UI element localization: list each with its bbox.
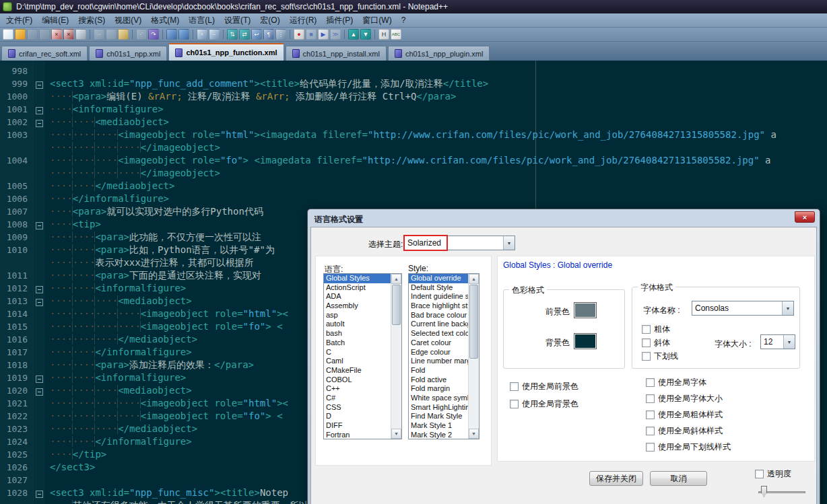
list-item[interactable]: Mark Style 2 [409, 431, 468, 439]
fold-collapse-icon[interactable] [36, 81, 43, 89]
tab-crifan_rec_soft.xml[interactable]: crifan_rec_soft.xml [1, 46, 88, 61]
fold-collapse-icon[interactable] [36, 120, 43, 127]
scroll-down-icon[interactable]: ▼ [391, 429, 401, 439]
tab-ch01s1_npp.xml[interactable]: ch01s1_npp.xml [89, 46, 167, 61]
list-item[interactable]: CMakeFile [324, 366, 391, 375]
list-item[interactable]: Line number margin [409, 357, 468, 366]
list-item[interactable]: Brace highlight style [409, 301, 468, 311]
list-item[interactable]: DIFF [324, 421, 391, 431]
list-item[interactable]: C [324, 348, 391, 357]
dialog-title-bar[interactable]: 语言格式设置 [310, 212, 817, 227]
list-item[interactable]: autoIt [324, 320, 391, 329]
run-macro-multiple-icon[interactable]: ≫ [330, 29, 341, 40]
zoom-in-icon[interactable]: + [197, 29, 207, 40]
checkbox-box[interactable] [642, 352, 651, 361]
checkbox-box[interactable] [646, 378, 655, 387]
menu-item-1[interactable]: 编辑(E) [37, 13, 73, 28]
close-all-files-icon[interactable]: × [63, 29, 74, 40]
list-item[interactable]: asp [324, 311, 391, 320]
fold-collapse-icon[interactable] [36, 286, 43, 293]
fold-collapse-icon[interactable] [36, 491, 43, 498]
list-item[interactable]: Current line background colour [409, 320, 468, 329]
list-item[interactable]: Caml [324, 357, 391, 366]
chevron-down-icon[interactable]: ▼ [783, 335, 795, 349]
title-bar[interactable]: D:\tmp\tmp_dev_root\cgwin\home\CLi\devel… [0, 0, 827, 13]
list-item[interactable]: D [324, 412, 391, 421]
scrollbar-thumb[interactable] [392, 285, 401, 325]
copy-icon[interactable] [106, 29, 117, 40]
menu-item-10[interactable]: 窗口(W) [358, 13, 396, 28]
unfold-all-icon[interactable]: ▼ [360, 29, 371, 40]
fold-collapse-icon[interactable] [36, 107, 43, 114]
checkbox-box[interactable] [510, 400, 519, 408]
list-item[interactable]: Indent guideline style [409, 292, 468, 301]
list-item[interactable]: Batch [324, 338, 391, 348]
list-item[interactable]: C# [324, 394, 391, 403]
menu-item-7[interactable]: 宏(O) [255, 13, 284, 28]
show-all-characters-icon[interactable]: ¶ [263, 29, 274, 40]
save-icon[interactable] [27, 29, 38, 40]
list-item[interactable]: Fold margin [409, 384, 468, 394]
redo-icon[interactable]: ↷ [148, 29, 159, 40]
checkbox-box[interactable] [646, 443, 655, 452]
menu-item-5[interactable]: 语言(L) [184, 13, 220, 28]
replace-icon[interactable] [178, 29, 189, 40]
global-style-checkbox-0[interactable]: 使用全局字体 [646, 377, 706, 388]
tab-ch01s1_npp_plugin.xml[interactable]: ch01s1_npp_plugin.xml [388, 46, 490, 61]
stop-macro-icon[interactable]: ■ [306, 29, 317, 40]
close-file-icon[interactable]: × [51, 29, 62, 40]
use-global-background-checkbox[interactable]: 使用全局背景色 [510, 398, 578, 410]
menu-item-11[interactable]: ? [397, 14, 411, 26]
italic-checkbox[interactable]: 斜体 [642, 337, 670, 349]
list-item[interactable]: Global Styles [324, 274, 391, 283]
list-item[interactable]: Assembly [324, 301, 391, 311]
save-and-close-button[interactable]: 保存并关闭 [589, 471, 643, 486]
find-icon[interactable] [166, 29, 177, 40]
checkbox-box[interactable] [755, 470, 764, 478]
menu-item-6[interactable]: 设置(T) [220, 13, 255, 28]
menu-item-4[interactable]: 格式(M) [146, 13, 184, 28]
spell-check-icon[interactable]: ABC [391, 29, 401, 40]
tab-ch01s1_npp_install.xml[interactable]: ch01s1_npp_install.xml [286, 46, 387, 61]
font-name-combobox[interactable]: Consolas ▼ [692, 301, 794, 316]
fold-all-icon[interactable]: ▲ [348, 29, 359, 40]
scroll-up-icon[interactable]: ▲ [469, 274, 479, 284]
list-item[interactable]: Fold active [409, 375, 468, 385]
list-item[interactable]: Global override [409, 274, 468, 283]
list-item[interactable]: Smart HighLighting [409, 403, 468, 412]
transparency-checkbox[interactable]: 透明度 [755, 468, 791, 480]
scrollbar-thumb[interactable] [469, 285, 478, 359]
background-colour-swatch[interactable] [574, 333, 597, 349]
checkbox-box[interactable] [646, 394, 655, 403]
new-file-icon[interactable] [3, 29, 13, 40]
list-item[interactable]: Mark Style 1 [409, 421, 468, 431]
sync-scroll-horizontal-icon[interactable]: ⇄ [239, 29, 250, 40]
fold-collapse-icon[interactable] [36, 388, 43, 396]
open-folder-icon[interactable] [15, 29, 26, 40]
tab-ch01s1_npp_function.xml[interactable]: ch01s1_npp_function.xml [168, 43, 284, 61]
cancel-button[interactable]: 取消 [650, 471, 707, 486]
record-macro-icon[interactable]: ● [294, 29, 304, 40]
menu-item-9[interactable]: 插件(P) [321, 13, 358, 28]
list-item[interactable]: Edge colour [409, 348, 468, 357]
checkbox-box[interactable] [510, 382, 519, 391]
list-item[interactable]: Find Mark Style [409, 412, 468, 421]
chevron-down-icon[interactable]: ▼ [503, 236, 515, 250]
list-item[interactable]: Fortran [324, 431, 391, 439]
list-item[interactable]: Fold [409, 366, 468, 375]
global-style-checkbox-2[interactable]: 使用全局粗体样式 [646, 409, 723, 421]
zoom-out-icon[interactable]: − [209, 29, 220, 40]
list-item[interactable]: Caret colour [409, 338, 468, 348]
list-item[interactable]: ActionScript [324, 283, 391, 293]
list-item[interactable]: CSS [324, 403, 391, 412]
word-wrap-icon[interactable]: ↩ [251, 29, 262, 40]
undo-icon[interactable]: ↶ [136, 29, 147, 40]
scroll-up-icon[interactable]: ▲ [391, 274, 401, 284]
style-listbox[interactable]: Global overrideDefault StyleIndent guide… [408, 273, 479, 439]
list-item[interactable]: Bad brace colour [409, 311, 468, 320]
menu-item-0[interactable]: 文件(F) [1, 13, 37, 28]
save-all-icon[interactable] [39, 29, 50, 40]
indent-guide-icon[interactable]: ⋮ [275, 29, 286, 40]
language-scrollbar[interactable]: ▲ ▼ [391, 274, 401, 439]
transparency-slider-thumb[interactable] [761, 486, 767, 497]
